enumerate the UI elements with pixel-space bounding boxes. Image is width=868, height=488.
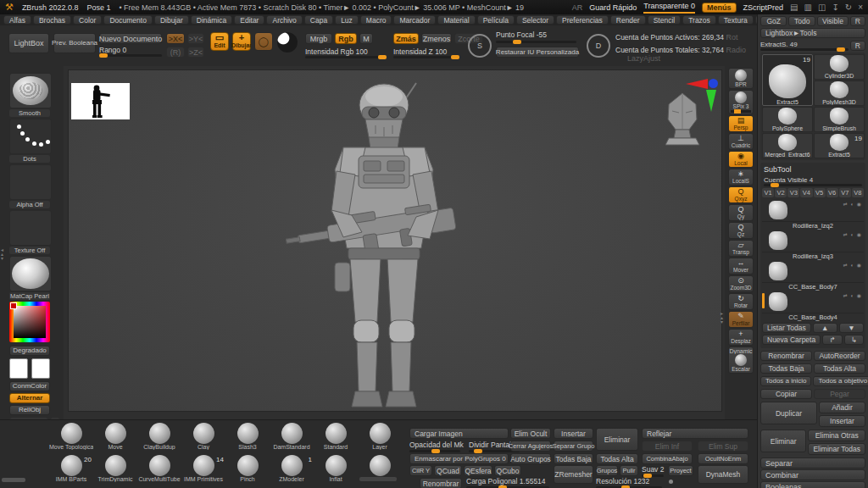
subtool-tab[interactable]: V6 [826, 188, 838, 197]
auto-groups-button[interactable]: Auto Grupos [510, 453, 551, 464]
insert-mesh-button[interactable]: Insertar [554, 428, 593, 439]
right-shelf-button[interactable]: Q Qy [728, 204, 754, 221]
edit-button[interactable]: ▭Edit [210, 32, 229, 51]
resolution-slider[interactable]: Resolución 1232 [596, 477, 664, 488]
tool-slot[interactable]: 19 Extract5 [814, 133, 865, 158]
polish-button[interactable]: Pulir [620, 465, 638, 476]
extract-slider[interactable]: ExtractS. 49 [760, 40, 849, 51]
delete-all-button[interactable]: Eliminar Todas [808, 443, 865, 455]
duplicate-button[interactable]: Duplicar [760, 402, 817, 424]
merge-down-button[interactable]: CombinaAbajo [642, 453, 693, 464]
right-shelf-button[interactable]: ↔ Mover [728, 258, 754, 274]
menu-item[interactable]: Marcador [393, 15, 436, 25]
brush-item[interactable]: ClayBuildup [137, 423, 181, 454]
tool-slot[interactable]: PolyMesh3D [814, 80, 865, 106]
brush-item[interactable]: Move [93, 423, 137, 454]
right-shelf-button[interactable]: ∗ LocalS [728, 169, 754, 186]
r-quick-button[interactable]: R [850, 16, 865, 26]
transparent-slider[interactable]: Transparente 0 [643, 2, 695, 14]
menu-item[interactable]: Color [73, 15, 102, 25]
right-shelf-button[interactable]: ▱ Transp [728, 240, 754, 257]
brush-selector[interactable]: Smooth [9, 73, 50, 117]
brush-item[interactable]: CurveMultiTube [137, 455, 181, 486]
menu-item[interactable]: Capa [304, 15, 333, 25]
material-sphere-icon[interactable] [277, 32, 298, 53]
menu-item[interactable]: Textura [718, 15, 754, 25]
subtool-item-icons[interactable]: ⇄ ◐ ◉ [843, 262, 862, 268]
divider-config-icon[interactable]: ▤ [790, 3, 798, 12]
ypose-button[interactable]: >Y< [187, 33, 204, 44]
menus-toggle[interactable]: Menús [702, 3, 737, 13]
subtool-tab[interactable]: V7 [839, 188, 851, 197]
right-shelf-button[interactable]: + Desplaz [728, 329, 754, 346]
alpha-selector[interactable]: Alpha Off [9, 164, 50, 208]
menu-item[interactable]: Brochas [33, 15, 71, 25]
main-color-swatch[interactable] [9, 358, 28, 379]
menu-item[interactable]: Macro [360, 15, 392, 25]
xpose-button[interactable]: >X< [166, 33, 185, 44]
zadd-button[interactable]: Zmás [393, 33, 419, 44]
secondary-color-swatch[interactable] [31, 358, 50, 379]
brush-item[interactable]: Move Topologica [49, 423, 93, 454]
right-shelf-button[interactable]: ⊙ Zoom3D [728, 275, 754, 292]
lightbox-button[interactable]: LightBox [8, 33, 49, 53]
qcube-button[interactable]: QCubo [494, 465, 521, 476]
brush-item[interactable]: TrimDynamic [93, 455, 137, 486]
draw-button[interactable]: +Dibujar [232, 32, 251, 51]
stroke-icon[interactable]: S [468, 34, 492, 58]
delete-other-button[interactable]: Elimina Otras [808, 430, 865, 441]
rgb-intensity-slider[interactable]: Intensidad Rgb 100 [305, 47, 387, 58]
r-button[interactable]: (R) [166, 47, 185, 58]
brush-shape-button[interactable]: ◯ [254, 32, 273, 51]
zsub-button[interactable]: Zmenos [421, 33, 452, 44]
all-high-button[interactable]: Todas Alta [814, 363, 865, 374]
subtool-item-icons[interactable]: ⇄ ◐ ◉ [843, 231, 862, 237]
load-image-button[interactable]: Cargar Imagen [409, 428, 509, 439]
menu-item[interactable]: Stencil [648, 15, 682, 25]
mirror-button[interactable]: Reflejar [642, 428, 748, 439]
menu-item[interactable]: Render [610, 15, 646, 25]
move-down-button[interactable]: ▼ [839, 323, 864, 333]
brush-item[interactable]: 1 ZModeler [270, 455, 314, 486]
right-shelf-button[interactable]: BPR [728, 68, 754, 89]
soldier-model[interactable] [281, 75, 488, 413]
all-to-target-button[interactable]: Todos a objetivo [813, 376, 868, 386]
menu-item[interactable]: Película [477, 15, 515, 25]
mask-by-polygroups-slider[interactable]: Enmascarar por PolyGrupos 0 [409, 453, 509, 464]
right-shelf-button[interactable]: ◉ Local [728, 151, 754, 168]
qcyl-button[interactable]: CilR Y [409, 465, 432, 476]
mask-opacity-slider[interactable]: Opacidad del Mk [409, 441, 465, 452]
document-area[interactable] [68, 69, 722, 412]
subtool-tab[interactable]: V4 [800, 188, 812, 197]
subtool-title[interactable]: SubTool [764, 165, 862, 174]
close-holes-button[interactable]: Cerrar Agujeros [510, 441, 551, 452]
project-button[interactable]: Proyect [668, 465, 693, 476]
subtool-item[interactable]: ⇄ ◐ ◉ CC_Base_Body7 [762, 260, 864, 291]
brush-item[interactable]: 20 IMM BParts [49, 455, 93, 486]
dynamesh-button[interactable]: DynaMesh [698, 465, 748, 484]
rename-button[interactable]: Renombrar [760, 351, 812, 361]
tool-slot[interactable]: Merged_Extract6 [762, 133, 813, 158]
subtool-tab[interactable]: V2 [775, 188, 787, 197]
subtool-tab[interactable]: V5 [814, 188, 826, 197]
qsphere-button[interactable]: QEsfera [464, 465, 492, 476]
menu-item[interactable]: Preferencias [556, 15, 609, 25]
visible-count-slider[interactable]: Cuenta Visible 4 [764, 175, 862, 186]
menu-item[interactable]: Editar [234, 15, 264, 25]
delete-button[interactable]: Eliminar [760, 430, 806, 452]
rot-button[interactable]: Rot [726, 33, 738, 42]
all-low-button[interactable]: Todas Baja [760, 363, 812, 374]
zremesher-button[interactable]: ZRemesher [554, 465, 593, 484]
menu-item[interactable]: Archivo [266, 15, 302, 25]
fill-object-button[interactable]: RellObj [9, 405, 50, 415]
subtool-tab[interactable]: V8 [852, 188, 864, 197]
focal-shift-slider[interactable]: Punto Focal -55 [496, 30, 581, 43]
subtool-item-icons[interactable]: ⇄ ◐ ◉ [843, 201, 862, 207]
preview-boolean-button[interactable]: Prev. Booleana [53, 33, 96, 53]
subtool-item-icons[interactable]: ⇄ ◐ ◉ [843, 292, 862, 298]
radius-button[interactable]: Radio [726, 46, 746, 54]
panel-config-icon[interactable]: ▥ [804, 3, 811, 12]
all-to-start-button[interactable]: Todos a inicio [760, 376, 811, 386]
restore-icon[interactable]: ↻ [845, 3, 852, 12]
subtool-item[interactable]: ⇄ ◐ ◉ Rodillera_Izq3 [762, 230, 864, 260]
